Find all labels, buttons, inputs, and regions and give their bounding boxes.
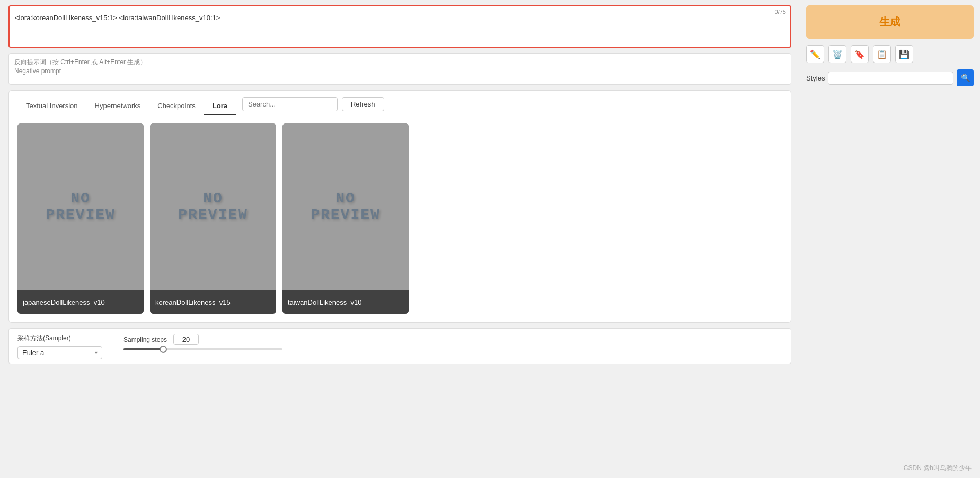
negative-prompt-label-cn: 反向提示词（按 Ctrl+Enter 或 Alt+Enter 生成） xyxy=(14,58,785,67)
lora-card-korean[interactable]: NOPREVIEW koreanDollLikeness_v15 xyxy=(150,123,276,314)
lora-cards-grid: NOPREVIEW japaneseDollLikeness_v10 NOPRE… xyxy=(17,123,782,314)
prompt-text: <lora:koreanDollLikeness_v15:1> <lora:ta… xyxy=(15,11,785,23)
card-label-3: taiwanDollLikeness_v10 xyxy=(282,290,409,314)
tab-hypernetworks[interactable]: Hypernetworks xyxy=(86,98,149,115)
pencil-button[interactable]: ✏️ xyxy=(806,45,824,63)
styles-apply-button[interactable]: 🔍 xyxy=(957,69,974,86)
card-preview-2: NOPREVIEW xyxy=(150,123,276,290)
negative-prompt-label-en: Negative prompt xyxy=(14,67,785,76)
steps-value: 20 xyxy=(173,334,199,345)
slider-thumb xyxy=(160,346,167,353)
tab-lora[interactable]: Lora xyxy=(204,98,236,115)
styles-label: Styles xyxy=(806,74,825,82)
trash-icon: 🗑️ xyxy=(832,49,843,59)
clipboard-button[interactable]: 📋 xyxy=(873,45,891,63)
tab-checkpoints[interactable]: Checkpoints xyxy=(149,98,204,115)
styles-row: Styles 🔍 xyxy=(806,69,974,86)
sampler-value: Euler a xyxy=(22,349,95,357)
lora-card-japanese[interactable]: NOPREVIEW japaneseDollLikeness_v10 xyxy=(17,123,144,314)
tabs-right: Refresh xyxy=(242,97,384,116)
no-preview-text-2: NOPREVIEW xyxy=(178,191,248,224)
slider-track xyxy=(123,348,282,350)
no-preview-text-1: NOPREVIEW xyxy=(46,191,116,224)
apply-icon: 🔍 xyxy=(961,74,970,82)
card-preview-1: NOPREVIEW xyxy=(17,123,144,290)
generate-button[interactable]: 生成 xyxy=(806,5,974,39)
sampler-label: 采样方法(Sampler) xyxy=(17,334,102,343)
card-label-1: japaneseDollLikeness_v10 xyxy=(17,290,144,314)
bookmark-button[interactable]: 🔖 xyxy=(851,45,869,63)
sampler-select-wrap[interactable]: Euler a ▾ xyxy=(17,346,102,359)
lora-card-taiwan[interactable]: NOPREVIEW taiwanDollLikeness_v10 xyxy=(282,123,409,314)
chevron-down-icon: ▾ xyxy=(95,350,98,356)
sampler-group: 采样方法(Sampler) Euler a ▾ xyxy=(17,334,102,359)
save-icon: 💾 xyxy=(899,49,910,59)
refresh-button[interactable]: Refresh xyxy=(342,97,384,111)
slider-fill xyxy=(123,348,163,350)
negative-prompt-box[interactable]: 反向提示词（按 Ctrl+Enter 或 Alt+Enter 生成） Negat… xyxy=(8,53,791,85)
watermark: CSDN @h叫乌鸦的少年 xyxy=(904,464,972,473)
tabs-bar: Textual Inversion Hypernetworks Checkpoi… xyxy=(17,97,782,116)
styles-select[interactable] xyxy=(828,72,953,85)
lora-tabs-section: Textual Inversion Hypernetworks Checkpoi… xyxy=(8,90,791,323)
steps-group: Sampling steps 20 xyxy=(123,334,282,350)
card-preview-3: NOPREVIEW xyxy=(282,123,409,290)
right-panel: 生成 ✏️ 🗑️ 🔖 📋 💾 Styles 🔍 xyxy=(800,0,980,478)
steps-top: Sampling steps 20 xyxy=(123,334,282,345)
trash-button[interactable]: 🗑️ xyxy=(828,45,846,63)
card-label-2: koreanDollLikeness_v15 xyxy=(150,290,276,314)
sampler-section: 采样方法(Sampler) Euler a ▾ Sampling steps 2… xyxy=(8,328,791,364)
icon-toolbar: ✏️ 🗑️ 🔖 📋 💾 xyxy=(806,43,974,65)
steps-label: Sampling steps xyxy=(123,336,167,343)
no-preview-text-3: NOPREVIEW xyxy=(311,191,381,224)
bookmark-icon: 🔖 xyxy=(854,49,865,59)
prompt-counter: 0/75 xyxy=(775,8,786,15)
steps-slider[interactable] xyxy=(123,348,282,350)
tab-textual-inversion[interactable]: Textual Inversion xyxy=(17,98,86,115)
search-input[interactable] xyxy=(242,97,338,111)
pencil-icon: ✏️ xyxy=(810,49,820,59)
save-button[interactable]: 💾 xyxy=(895,45,913,63)
clipboard-icon: 📋 xyxy=(877,49,887,59)
positive-prompt-box[interactable]: 0/75 <lora:koreanDollLikeness_v15:1> <lo… xyxy=(8,5,791,48)
